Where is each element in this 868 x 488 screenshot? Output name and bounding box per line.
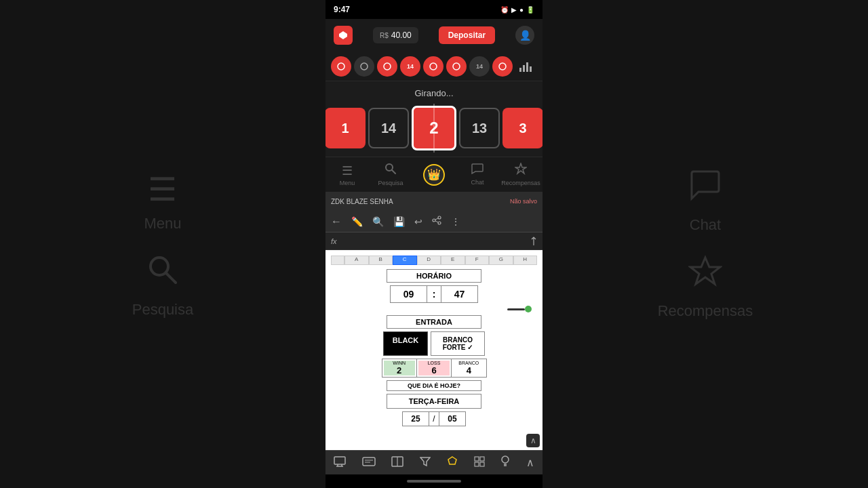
branco-forte-entry[interactable]: BRANCO FORTE ✓ <box>431 331 485 356</box>
formula-bar: fx <box>326 232 542 250</box>
reel-item-0: 1 <box>326 108 366 148</box>
chart-icon[interactable] <box>515 56 536 77</box>
winn-value: 2 <box>384 365 415 375</box>
chat-bg-icon <box>688 168 722 209</box>
scroll-up-button[interactable]: ∧ <box>526 434 540 447</box>
wifi-icon: ● <box>519 6 524 14</box>
search-sheet-icon[interactable]: 🔍 <box>372 216 384 227</box>
game-icon-1[interactable] <box>354 56 374 77</box>
nav-item-search[interactable]: Pesquisa <box>369 163 412 186</box>
game-icon-2[interactable] <box>377 56 397 77</box>
grid-icon[interactable] <box>474 456 485 470</box>
outer-wrapper: ☰ Menu Pesquisa Chat <box>0 0 868 488</box>
svg-rect-35 <box>475 462 479 466</box>
game-icon-6[interactable]: 14 <box>469 56 490 77</box>
undo-icon[interactable]: ↩ <box>414 216 422 227</box>
user-avatar[interactable]: 👤 <box>515 26 534 45</box>
svg-point-17 <box>438 216 441 219</box>
black-entry[interactable]: BLACK <box>383 331 428 356</box>
game-icon-5[interactable] <box>446 56 467 77</box>
svg-marker-31 <box>420 458 430 466</box>
pencil-icon[interactable]: ✏️ <box>351 216 363 227</box>
stats-row: WINN 2 LOSS 6 BRANCO 4 <box>382 359 487 378</box>
share-icon[interactable] <box>432 216 441 227</box>
svg-point-5 <box>361 63 368 70</box>
col-f: F <box>465 256 490 265</box>
back-button[interactable]: ← <box>331 216 342 228</box>
svg-rect-13 <box>530 66 532 72</box>
game-icon-3[interactable]: 14 <box>400 56 420 77</box>
chat-nav-label: Chat <box>471 179 484 186</box>
battery-icon: 🔋 <box>526 6 534 14</box>
reel-item-3: 13 <box>459 108 500 148</box>
time-row: 09 : 47 <box>390 285 478 303</box>
crown-button[interactable]: 👑 <box>423 164 445 186</box>
game-icon-4[interactable] <box>423 56 443 77</box>
col-d: D <box>417 256 441 265</box>
highlight-icon[interactable] <box>447 456 458 470</box>
status-time: 9:47 <box>334 5 350 14</box>
loss-stat: LOSS 6 <box>417 359 452 377</box>
entrada-cell: ENTRADA <box>387 315 481 329</box>
svg-point-4 <box>338 63 344 70</box>
more-icon[interactable]: ⋮ <box>451 216 460 227</box>
expand-icon[interactable]: ∧ <box>526 456 534 469</box>
col-e: E <box>441 256 465 265</box>
spreadsheet-section: ZDK BLAZE SENHA Não salvo ← ✏️ 🔍 💾 ↩ <box>326 192 542 474</box>
svg-point-8 <box>453 63 460 70</box>
branco-label: BRANCO <box>453 361 484 365</box>
nav-item-menu[interactable]: ☰ Menu <box>326 163 369 186</box>
search-bg-label: Pesquisa <box>132 301 194 319</box>
home-bar <box>407 480 461 483</box>
rewards-nav-icon <box>515 163 527 178</box>
date-separator: / <box>429 411 439 426</box>
date-day[interactable]: 25 <box>402 411 429 426</box>
svg-rect-12 <box>526 62 528 72</box>
terca-feira-cell[interactable]: TERÇA-FEIRA <box>387 394 481 409</box>
bg-chat-item: Chat <box>688 168 722 234</box>
sheet-content: A B C D E F G H HORÁRIO <box>326 250 542 450</box>
game-icon-0[interactable] <box>331 56 351 77</box>
game-icon-7[interactable] <box>492 56 513 77</box>
sheet-bottom-toolbar: ∧ <box>326 450 542 474</box>
lightbulb-icon[interactable] <box>500 455 510 470</box>
menu-nav-label: Menu <box>340 180 355 186</box>
bottom-nav: ☰ Menu Pesquisa 👑 <box>326 157 542 192</box>
keyboard-icon[interactable] <box>362 457 376 469</box>
chat-bg-label: Chat <box>690 216 721 234</box>
slider-handle[interactable] <box>525 306 532 312</box>
search-nav-label: Pesquisa <box>378 180 403 186</box>
signal-icon: ▶ <box>511 6 517 14</box>
bg-search-item: Pesquisa <box>132 253 194 319</box>
slider-area[interactable] <box>507 306 532 312</box>
slider-track <box>507 308 525 310</box>
col-a: A <box>344 256 369 265</box>
deposit-button[interactable]: Depositar <box>439 26 495 44</box>
split-view-icon[interactable] <box>391 456 403 470</box>
monitor-icon[interactable] <box>334 456 346 470</box>
bg-left-panel: ☰ Menu Pesquisa <box>0 0 326 488</box>
nav-item-crown[interactable]: 👑 <box>412 164 456 186</box>
time-separator: : <box>427 285 441 303</box>
nav-item-chat[interactable]: Chat <box>456 163 499 186</box>
rewards-nav-label: Recompensas <box>501 180 540 186</box>
filter-icon[interactable] <box>420 456 431 470</box>
reel-indicator <box>433 104 435 152</box>
app-logo <box>334 26 353 45</box>
save-sheet-icon[interactable]: 💾 <box>393 216 405 227</box>
date-month[interactable]: 05 <box>439 411 466 426</box>
nav-item-rewards[interactable]: Recompensas <box>499 163 542 186</box>
loss-label: LOSS <box>418 361 450 365</box>
winn-stat: WINN 2 <box>382 359 417 377</box>
time-hour[interactable]: 09 <box>390 285 427 303</box>
qual-dia-cell: QUE DIA É HOJE? <box>387 380 481 391</box>
balance-button[interactable]: R$ 40.00 <box>373 27 418 43</box>
time-minute[interactable]: 47 <box>441 285 478 303</box>
sheet-data-overlay: A B C D E F G H HORÁRIO <box>326 250 542 450</box>
balance-currency: R$ <box>380 32 389 39</box>
svg-rect-34 <box>480 457 484 461</box>
svg-rect-10 <box>519 68 521 72</box>
clock-icon: ⏰ <box>500 6 509 14</box>
phone-container: 9:47 ⏰ ▶ ● 🔋 R$ 40.00 Depositar 👤 <box>326 0 542 488</box>
svg-point-9 <box>499 63 506 70</box>
